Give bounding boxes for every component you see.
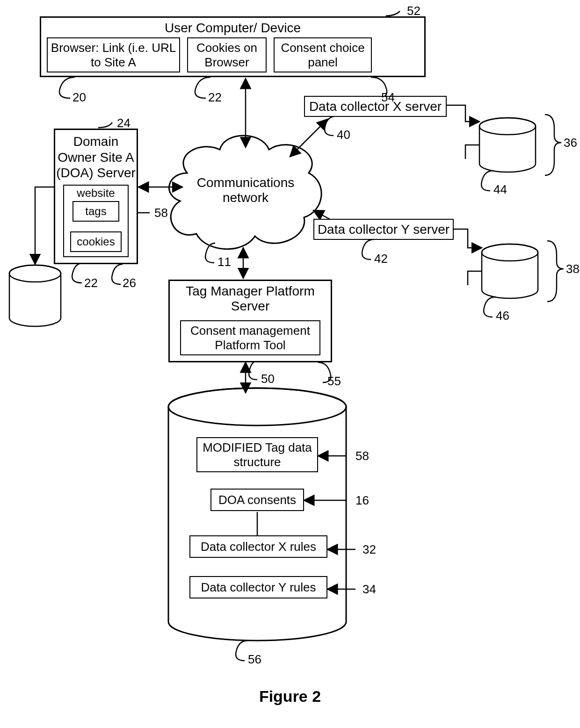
dcx-rules-box: Data collector X rules xyxy=(189,535,327,558)
tags-box: tags xyxy=(72,201,119,222)
connectors-layer xyxy=(0,0,580,728)
ref-38: 38 xyxy=(566,262,580,276)
cookies-browser-box: Cookies on Browser xyxy=(187,37,267,72)
tags-label: tags xyxy=(85,205,106,218)
browser-link-label: Browser: Link (i.e. URL to Site A xyxy=(48,41,179,70)
dcy-label: Data collector Y server xyxy=(318,222,450,237)
ref-52: 52 xyxy=(407,4,420,18)
ref-58b: 58 xyxy=(355,449,369,463)
cookies-browser-label: Cookies on Browser xyxy=(188,41,266,70)
diagram-stage: User Computer/ Device Browser: Link (i.e… xyxy=(0,0,580,728)
modified-tag-box: MODIFIED Tag data structure xyxy=(196,437,318,472)
dcx-rules-label: Data collector X rules xyxy=(201,540,316,554)
dcx-label: Data collector X server xyxy=(309,99,442,114)
tmp-tool-label: Consent management Platform Tool xyxy=(181,324,319,353)
modified-tag-label: MODIFIED Tag data structure xyxy=(197,440,317,469)
ref-11: 11 xyxy=(218,255,231,269)
ref-36: 36 xyxy=(564,136,577,150)
consent-panel-box: Consent choice panel xyxy=(274,37,372,72)
figure-title: Figure 2 xyxy=(0,687,580,706)
ref-44: 44 xyxy=(493,182,507,197)
ref-55: 55 xyxy=(327,374,341,389)
dcy-server-box: Data collector Y server xyxy=(313,219,454,240)
ref-42: 42 xyxy=(374,252,388,266)
doa-title: Domain Owner Site A (DOA) Server xyxy=(55,134,137,181)
ref-22b: 22 xyxy=(84,276,98,290)
doa-consents-label: DOA consents xyxy=(218,493,296,507)
dcy-rules-label: Data collector Y rules xyxy=(201,580,316,595)
ref-16: 16 xyxy=(355,493,369,508)
svg-line-10 xyxy=(290,119,327,157)
ref-58a: 58 xyxy=(154,206,168,220)
ref-32: 32 xyxy=(362,542,376,557)
cookies-label: cookies xyxy=(77,235,115,248)
tmp-title: Tag Manager Platform Server xyxy=(170,284,331,314)
browser-link-box: Browser: Link (i.e. URL to Site A xyxy=(47,37,180,72)
consent-panel-label: Consent choice panel xyxy=(275,41,371,70)
ref-56: 56 xyxy=(248,652,261,667)
ref-26: 26 xyxy=(123,276,136,290)
doa-consents-box: DOA consents xyxy=(210,489,304,511)
user-device-title: User Computer/ Device xyxy=(41,21,424,36)
ref-40: 40 xyxy=(337,128,350,142)
ref-46: 46 xyxy=(496,309,509,323)
ref-34: 34 xyxy=(362,582,376,597)
dcy-rules-box: Data collector Y rules xyxy=(189,576,327,598)
ref-50: 50 xyxy=(261,372,275,386)
ref-24: 24 xyxy=(117,116,130,130)
dcx-server-box: Data collector X server xyxy=(304,96,447,117)
cookies-box: cookies xyxy=(70,231,122,252)
ref-54: 54 xyxy=(381,90,395,105)
tmp-tool-box: Consent management Platform Tool xyxy=(180,320,320,355)
ref-22a: 22 xyxy=(208,90,222,105)
ref-20: 20 xyxy=(72,90,86,105)
website-label: website xyxy=(64,187,128,200)
cloud-label: Communications network xyxy=(196,175,295,205)
